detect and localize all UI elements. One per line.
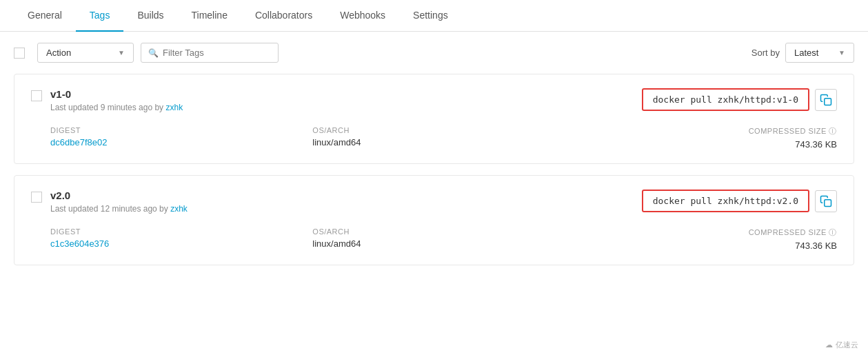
tag-size-col-0: COMPRESSED SIZE ⓘ 743.36 KB xyxy=(575,126,837,150)
tag-name-0: v1-0 xyxy=(50,88,183,100)
nav-tabs: General Tags Builds Timeline Collaborato… xyxy=(0,0,868,32)
action-label: Action xyxy=(46,48,71,58)
tab-settings[interactable]: Settings xyxy=(399,0,462,32)
tag-pull-section-1: docker pull zxhk/httpd:v2.0 xyxy=(642,190,837,212)
tag-left-0: v1-0 Last updated 9 minutes ago by zxhk xyxy=(31,88,183,112)
svg-rect-0 xyxy=(825,98,831,105)
tag-card-header-0: v1-0 Last updated 9 minutes ago by zxhk … xyxy=(31,88,837,112)
tag-size-col-1: COMPRESSED SIZE ⓘ 743.36 KB xyxy=(575,227,837,251)
search-icon: 🔍 xyxy=(148,48,159,58)
tag-user-0[interactable]: zxhk xyxy=(165,103,183,112)
action-chevron-icon: ▼ xyxy=(118,49,125,57)
tag-details-1: DIGEST c1c3e604e376 OS/ARCH linux/amd64 … xyxy=(50,227,837,251)
tag-digest-col-1: DIGEST c1c3e604e376 xyxy=(50,227,312,251)
size-label-1: COMPRESSED SIZE ⓘ xyxy=(575,227,837,238)
sort-section: Sort by Latest ▼ xyxy=(751,43,854,63)
select-all-checkbox[interactable] xyxy=(14,48,25,59)
tag-card-0: v1-0 Last updated 9 minutes ago by zxhk … xyxy=(14,74,854,164)
copy-btn-0[interactable] xyxy=(815,89,837,111)
sort-by-label: Sort by xyxy=(751,48,780,58)
size-info-icon-0[interactable]: ⓘ xyxy=(829,127,837,135)
size-info-icon-1[interactable]: ⓘ xyxy=(829,228,837,236)
tag-checkbox-1[interactable] xyxy=(31,192,42,203)
tag-osarch-col-1: OS/ARCH linux/amd64 xyxy=(312,227,574,251)
tab-tags[interactable]: Tags xyxy=(76,0,124,32)
action-dropdown[interactable]: Action ▼ xyxy=(37,43,134,63)
digest-value-0[interactable]: dc6dbe7f8e02 xyxy=(50,137,107,147)
digest-label-0: DIGEST xyxy=(50,126,312,134)
tag-osarch-col-0: OS/ARCH linux/amd64 xyxy=(312,126,574,150)
tag-name-1: v2.0 xyxy=(50,190,188,201)
tag-info-0: v1-0 Last updated 9 minutes ago by zxhk xyxy=(50,88,183,112)
osarch-value-0: linux/amd64 xyxy=(312,137,574,147)
tab-timeline[interactable]: Timeline xyxy=(178,0,241,32)
tag-updated-1: Last updated 12 minutes ago by zxhk xyxy=(50,204,188,214)
svg-rect-1 xyxy=(825,199,831,206)
tag-left-1: v2.0 Last updated 12 minutes ago by zxhk xyxy=(31,190,188,214)
tag-updated-0: Last updated 9 minutes ago by zxhk xyxy=(50,103,183,112)
osarch-value-1: linux/amd64 xyxy=(312,238,574,249)
tab-webhooks[interactable]: Webhooks xyxy=(326,0,399,32)
sort-chevron-icon: ▼ xyxy=(838,49,845,57)
tags-list: v1-0 Last updated 9 minutes ago by zxhk … xyxy=(0,74,868,265)
pull-command-0: docker pull zxhk/httpd:v1-0 xyxy=(642,88,809,111)
copy-btn-1[interactable] xyxy=(815,190,837,212)
pull-command-1: docker pull zxhk/httpd:v2.0 xyxy=(642,190,809,212)
size-value-1: 743.36 KB xyxy=(575,241,837,251)
tag-card-1: v2.0 Last updated 12 minutes ago by zxhk… xyxy=(14,175,854,265)
toolbar: Action ▼ 🔍 Sort by Latest ▼ xyxy=(0,32,868,74)
size-value-0: 743.36 KB xyxy=(575,139,837,150)
size-label-0: COMPRESSED SIZE ⓘ xyxy=(575,126,837,136)
sort-dropdown[interactable]: Latest ▼ xyxy=(785,43,854,63)
tab-general[interactable]: General xyxy=(14,0,76,32)
tab-collaborators[interactable]: Collaborators xyxy=(241,0,326,32)
tag-details-0: DIGEST dc6dbe7f8e02 OS/ARCH linux/amd64 … xyxy=(50,126,837,150)
digest-value-1[interactable]: c1c3e604e376 xyxy=(50,238,109,249)
osarch-label-1: OS/ARCH xyxy=(312,227,574,236)
filter-tags-input-wrap: 🔍 xyxy=(141,43,279,63)
osarch-label-0: OS/ARCH xyxy=(312,126,574,134)
digest-label-1: DIGEST xyxy=(50,227,312,236)
tag-info-1: v2.0 Last updated 12 minutes ago by zxhk xyxy=(50,190,188,214)
sort-value: Latest xyxy=(794,48,818,58)
tag-card-header-1: v2.0 Last updated 12 minutes ago by zxhk… xyxy=(31,190,837,214)
tag-digest-col-0: DIGEST dc6dbe7f8e02 xyxy=(50,126,312,150)
tab-builds[interactable]: Builds xyxy=(123,0,177,32)
tag-user-1[interactable]: zxhk xyxy=(170,204,188,214)
tag-checkbox-0[interactable] xyxy=(31,90,42,101)
tag-pull-section-0: docker pull zxhk/httpd:v1-0 xyxy=(642,88,837,111)
filter-tags-input[interactable] xyxy=(163,48,266,58)
